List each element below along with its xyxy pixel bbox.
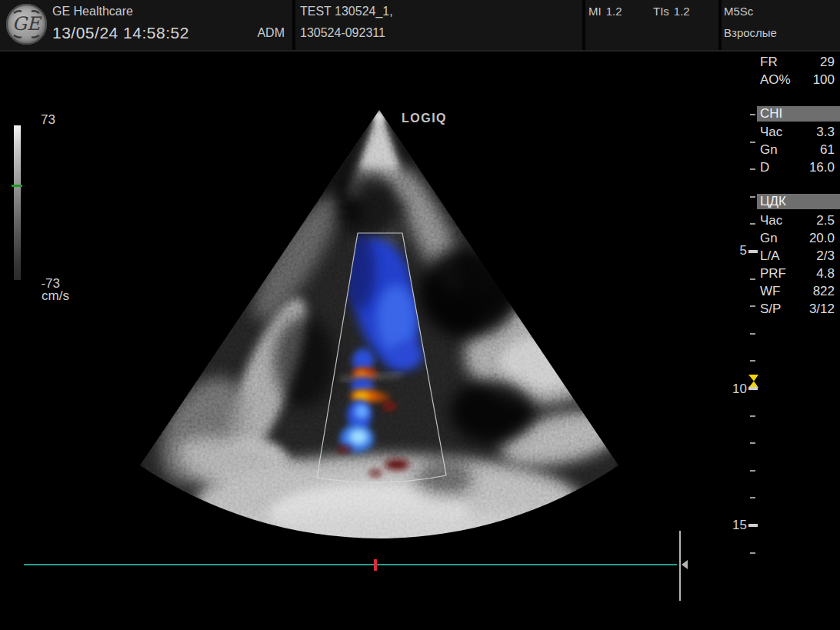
doppler-sp-row: S/P3/12 — [760, 301, 835, 318]
depth-tick — [748, 387, 758, 390]
depth-tick — [750, 415, 755, 417]
cine-end-arrow-icon — [682, 560, 688, 569]
colorbar-unit: cm/s — [42, 288, 69, 304]
doppler-gain-row: Gn20.0 — [760, 230, 835, 247]
doppler-frequency-row: Час2.5 — [760, 212, 835, 229]
depth-tick — [750, 223, 755, 225]
cine-timeline[interactable] — [24, 564, 677, 565]
depth-tick — [748, 250, 758, 253]
depth-label-15: 15 — [720, 518, 747, 533]
depth-tick — [750, 470, 755, 472]
frame-rate-row: FR29 — [760, 54, 835, 71]
depth-tick — [750, 497, 755, 498]
datetime-label: 13/05/24 14:58:52 — [52, 24, 189, 42]
bmode-frequency-row: Час3.3 — [760, 124, 835, 141]
focus-marker[interactable] — [748, 375, 758, 388]
depth-tick — [750, 333, 755, 335]
header-separator — [718, 0, 722, 50]
probe-model: M5Sc — [724, 5, 753, 18]
bmode-section-header[interactable]: CHI — [757, 106, 840, 122]
patient-id: 130524-092311 — [300, 26, 385, 40]
ge-monogram: GE — [12, 13, 42, 35]
ge-logo: GE — [6, 4, 47, 45]
acoustic-output-row: AO%100 — [760, 72, 835, 88]
cine-end-line — [679, 531, 681, 601]
depth-tick — [750, 114, 755, 115]
doppler-colorbar — [21, 125, 38, 278]
doppler-line-density-row: L/A2/3 — [760, 248, 835, 265]
header-separator — [292, 0, 295, 50]
doppler-prf-row: PRF4.8 — [760, 265, 835, 282]
doppler-wall-filter-row: WF822 — [760, 283, 835, 300]
probe-preset: Взрослые — [724, 26, 777, 39]
brand-label: GE Healthcare — [52, 5, 133, 18]
depth-tick — [750, 360, 755, 362]
header-separator — [582, 0, 585, 50]
depth-tick — [750, 442, 755, 444]
depth-tick — [748, 524, 758, 527]
depth-label-5: 5 — [720, 243, 747, 258]
depth-tick — [750, 305, 755, 307]
header-bar: GE GE Healthcare 13/05/24 14:58:52 ADM T… — [0, 0, 840, 52]
doppler-section-header[interactable]: ЦДК — [757, 194, 840, 209]
operator-label: ADM — [245, 26, 285, 40]
depth-tick — [750, 142, 755, 143]
bmode-depth-row: D16.0 — [760, 159, 835, 176]
depth-label-10: 10 — [720, 382, 747, 397]
depth-tick — [750, 196, 755, 198]
mi-index: MI1.2 — [588, 5, 622, 18]
cine-position-marker[interactable] — [374, 559, 377, 571]
depth-tick — [750, 278, 755, 280]
patient-name: TEST 130524_1, — [300, 5, 393, 18]
logiq-watermark: LOGIQ — [402, 112, 447, 125]
ultrasound-image — [0, 0, 840, 630]
depth-tick — [750, 552, 755, 554]
ultrasound-screen: GE GE Healthcare 13/05/24 14:58:52 ADM T… — [0, 0, 840, 630]
tis-index: TIs1.2 — [653, 5, 690, 18]
depth-tick — [750, 168, 755, 170]
bmode-gain-row: Gn61 — [760, 142, 835, 158]
graymap-bar — [14, 125, 21, 280]
